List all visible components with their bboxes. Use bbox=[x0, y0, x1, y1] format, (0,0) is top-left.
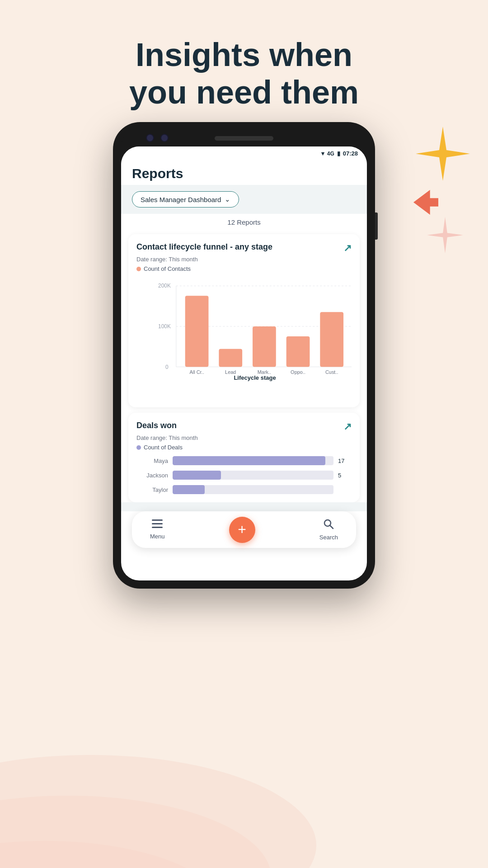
menu-icon bbox=[152, 519, 163, 531]
bar-chart-container: 200K 100K 0 bbox=[136, 277, 352, 399]
phone-outer-shell: ▾ 4G ▮ 07:28 Reports Sales Manager Dashb… bbox=[113, 122, 375, 589]
hbar-track-jackson bbox=[173, 471, 333, 480]
dashboard-bar: Sales Manager Dashboard ⌄ bbox=[121, 185, 367, 214]
legend-label: Count of Contacts bbox=[144, 265, 191, 272]
search-label: Search bbox=[319, 534, 338, 541]
app-title: Reports bbox=[132, 166, 356, 181]
phone-camera-right bbox=[160, 134, 169, 142]
svg-text:Lead: Lead bbox=[225, 369, 236, 375]
phone-side-button bbox=[375, 212, 378, 240]
search-nav-item[interactable]: Search bbox=[310, 516, 347, 543]
data-icon: 4G bbox=[327, 151, 334, 157]
hbar-track-maya bbox=[173, 456, 333, 465]
svg-text:All Cr..: All Cr.. bbox=[189, 369, 204, 375]
time-display: 07:28 bbox=[343, 150, 358, 157]
deals-date-range: Date range: This month bbox=[136, 434, 352, 441]
legend-dot bbox=[136, 267, 141, 271]
hbar-value-maya: 17 bbox=[338, 458, 352, 464]
svg-rect-23 bbox=[152, 527, 163, 528]
phone-mockup: ▾ 4G ▮ 07:28 Reports Sales Manager Dashb… bbox=[113, 122, 375, 589]
hbar-fill-taylor bbox=[173, 485, 205, 494]
deals-legend-dot bbox=[136, 445, 141, 450]
search-icon bbox=[323, 519, 334, 532]
deals-legend: Count of Deals bbox=[136, 444, 352, 451]
report-date-range: Date range: This month bbox=[136, 256, 352, 263]
chart-legend: Count of Contacts bbox=[136, 265, 352, 272]
signal-icon: ▾ bbox=[321, 150, 324, 157]
hbar-value-jackson: 5 bbox=[338, 472, 352, 479]
expand-icon[interactable]: ↗ bbox=[343, 242, 352, 254]
menu-label: Menu bbox=[150, 533, 165, 540]
svg-rect-13 bbox=[253, 326, 276, 367]
hbar-label-maya: Maya bbox=[136, 458, 168, 464]
wave-decoration bbox=[0, 597, 316, 868]
hbar-label-taylor: Taylor bbox=[136, 486, 168, 493]
dashboard-label: Sales Manager Dashboard bbox=[141, 196, 221, 203]
svg-rect-11 bbox=[185, 296, 209, 367]
svg-line-25 bbox=[330, 526, 333, 529]
chevron-down-icon: ⌄ bbox=[225, 195, 230, 203]
svg-rect-12 bbox=[219, 349, 242, 367]
svg-rect-21 bbox=[152, 519, 163, 521]
add-fab-button[interactable]: + bbox=[229, 517, 255, 543]
add-icon: + bbox=[238, 521, 246, 538]
deals-card-header: Deals won ↗ bbox=[136, 421, 352, 433]
phone-speaker bbox=[215, 136, 273, 141]
card-title: Contact lifecycle funnel - any stage bbox=[136, 242, 343, 252]
phone-notch bbox=[121, 130, 367, 146]
svg-text:Oppo..: Oppo.. bbox=[291, 369, 305, 375]
svg-marker-0 bbox=[413, 190, 438, 215]
svg-rect-22 bbox=[152, 523, 163, 524]
arrow-red-decoration bbox=[413, 190, 438, 215]
status-bar: ▾ 4G ▮ 07:28 bbox=[121, 146, 367, 159]
phone-camera-left bbox=[146, 134, 154, 142]
bar-chart-svg: 200K 100K 0 bbox=[158, 277, 352, 376]
card-header: Contact lifecycle funnel - any stage ↗ bbox=[136, 242, 352, 254]
sparkle-gold-decoration bbox=[416, 127, 470, 181]
svg-rect-15 bbox=[320, 312, 343, 367]
deals-won-card: Deals won ↗ Date range: This month Count… bbox=[128, 413, 360, 502]
status-icons: ▾ 4G ▮ 07:28 bbox=[321, 150, 358, 157]
hbar-row-taylor: Taylor bbox=[136, 485, 352, 494]
bottom-navigation: Menu + Search bbox=[132, 511, 356, 548]
hbar-row-jackson: Jackson 5 bbox=[136, 471, 352, 480]
phone-screen: ▾ 4G ▮ 07:28 Reports Sales Manager Dashb… bbox=[121, 146, 367, 580]
svg-text:Mark..: Mark.. bbox=[258, 369, 271, 375]
sparkle-pink-decoration bbox=[427, 217, 463, 253]
hbar-row-maya: Maya 17 bbox=[136, 456, 352, 465]
svg-text:0: 0 bbox=[165, 364, 169, 370]
headline-text: Insights when you need them bbox=[0, 36, 488, 111]
hbar-track-taylor bbox=[173, 485, 333, 494]
hbar-fill-jackson bbox=[173, 471, 221, 480]
deals-expand-icon[interactable]: ↗ bbox=[343, 421, 352, 433]
deals-title: Deals won bbox=[136, 421, 177, 430]
reports-count: 12 Reports bbox=[121, 214, 367, 231]
app-header: Reports bbox=[121, 159, 367, 185]
svg-rect-14 bbox=[286, 336, 310, 367]
page-headline: Insights when you need them bbox=[0, 0, 488, 129]
deals-legend-label: Count of Deals bbox=[144, 444, 183, 451]
svg-text:100K: 100K bbox=[158, 323, 171, 330]
svg-text:200K: 200K bbox=[158, 283, 171, 289]
lifecycle-funnel-card: Contact lifecycle funnel - any stage ↗ D… bbox=[128, 234, 360, 407]
phone-cameras bbox=[146, 134, 169, 142]
battery-icon: ▮ bbox=[337, 150, 340, 157]
menu-nav-item[interactable]: Menu bbox=[141, 517, 174, 542]
dashboard-selector[interactable]: Sales Manager Dashboard ⌄ bbox=[132, 191, 239, 208]
hbar-label-jackson: Jackson bbox=[136, 472, 168, 479]
svg-text:Cust..: Cust.. bbox=[325, 369, 338, 375]
hbar-fill-maya bbox=[173, 456, 325, 465]
